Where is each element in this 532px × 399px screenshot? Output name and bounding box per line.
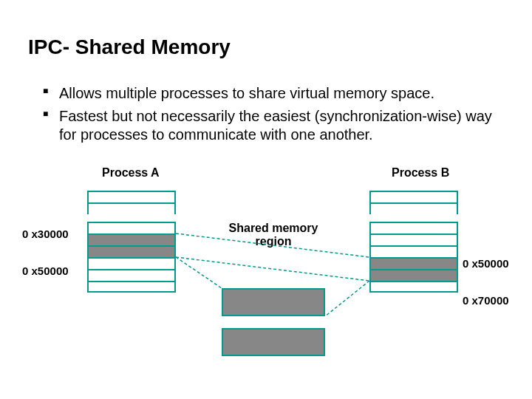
addr-a-top: 0 x30000 bbox=[22, 228, 69, 240]
mem-row bbox=[87, 281, 176, 293]
label-process-b: Process B bbox=[392, 166, 449, 180]
mem-row bbox=[369, 191, 458, 202]
mem-row bbox=[87, 191, 176, 202]
mem-row bbox=[369, 233, 458, 245]
mem-row bbox=[87, 257, 176, 269]
svg-line-3 bbox=[325, 281, 369, 316]
mem-row-shared bbox=[369, 269, 458, 281]
memstack-b bbox=[369, 191, 458, 293]
bullet-list: Allows multiple processes to share virtu… bbox=[43, 84, 494, 149]
mem-row bbox=[369, 245, 458, 257]
phys-block bbox=[222, 288, 325, 316]
mem-row-shared bbox=[87, 245, 176, 257]
addr-b-bottom: 0 x70000 bbox=[463, 294, 509, 307]
addr-a-bottom: 0 x50000 bbox=[22, 265, 69, 277]
mem-row bbox=[87, 222, 176, 233]
memstack-a bbox=[87, 191, 176, 293]
phys-block bbox=[222, 328, 325, 356]
mem-row bbox=[369, 222, 458, 233]
mem-row bbox=[369, 281, 458, 293]
bullet-item: Allows multiple processes to share virtu… bbox=[43, 84, 494, 103]
svg-line-2 bbox=[176, 257, 222, 288]
addr-b-top: 0 x50000 bbox=[463, 257, 509, 270]
mem-row-shared bbox=[369, 257, 458, 269]
label-shared-region: Shared memory region bbox=[222, 222, 325, 248]
svg-line-1 bbox=[176, 257, 369, 281]
mem-gap bbox=[87, 214, 176, 222]
label-process-a: Process A bbox=[102, 166, 160, 180]
mem-gap bbox=[369, 214, 458, 222]
mem-row-shared bbox=[87, 233, 176, 245]
slide-title: IPC- Shared Memory bbox=[28, 35, 231, 59]
bullet-item: Fastest but not necessarily the easiest … bbox=[43, 107, 494, 144]
mem-row bbox=[87, 269, 176, 281]
mem-row bbox=[87, 202, 176, 214]
mem-row bbox=[369, 202, 458, 214]
